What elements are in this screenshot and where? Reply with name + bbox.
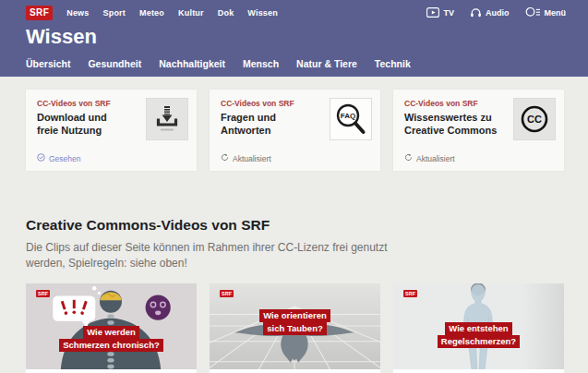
tab-nachhaltigkeit[interactable]: Nachhaltigkeit: [159, 58, 225, 69]
page-title: Wissen: [26, 27, 588, 47]
video-title-line: sich Tauben?: [263, 322, 327, 335]
card-title: Wissenswertes zu Creative Commons: [404, 111, 498, 138]
tv-label: TV: [443, 8, 454, 18]
faq-magnifier-icon: FAQ: [330, 98, 372, 140]
tab-technik[interactable]: Technik: [375, 58, 411, 69]
video-title-overlay: Wie entstehen Regelschmerzen?: [393, 322, 564, 349]
video-teaser-row: SRF Wie werden Schmerzen chronisch?: [0, 272, 588, 373]
tab-uebersicht[interactable]: Übersicht: [26, 58, 70, 69]
site-header: SRF News Sport Meteo Kultur Dok Wissen T…: [0, 0, 588, 77]
status-label: Aktualisiert: [416, 154, 455, 163]
section-description: Die Clips auf dieser Seite können im Rah…: [26, 240, 395, 272]
menu-button[interactable]: Menü: [525, 6, 567, 19]
section-heading: Creative Commons-Videos von SRF: [26, 217, 564, 234]
audio-label: Audio: [486, 8, 510, 18]
card-title: Download und freie Nutzung: [37, 111, 131, 138]
status-label: Aktualisiert: [233, 154, 271, 163]
video-title-line: Schmerzen chronisch?: [59, 339, 163, 352]
audio-icon: [470, 7, 482, 19]
top-bar-actions: TV Audio Menü: [426, 6, 566, 19]
check-circle-icon: [37, 153, 45, 163]
refresh-icon: [404, 153, 413, 163]
tab-mensch[interactable]: Mensch: [243, 58, 279, 69]
video-chronic-pain[interactable]: SRF Wie werden Schmerzen chronisch?: [26, 283, 197, 373]
video-title-line: Wie orientieren: [259, 309, 330, 322]
teaser-card-row: CC-Videos von SRF Download und freie Nut…: [0, 77, 588, 171]
tv-icon: [426, 7, 439, 19]
status-row: Aktualisiert: [221, 153, 271, 163]
card-faq[interactable]: CC-Videos von SRF Fragen und Antworten F…: [210, 90, 380, 171]
status-row: Gesehen: [37, 153, 81, 163]
nav-item-news[interactable]: News: [66, 8, 89, 18]
srf-logo[interactable]: SRF: [26, 6, 53, 20]
nav-item-wissen[interactable]: Wissen: [247, 8, 278, 18]
srf-logo-chip: SRF: [220, 290, 234, 297]
status-label: Gesehen: [49, 154, 81, 163]
video-thumbnail: SRF Wie entstehen Regelschmerzen?: [393, 283, 564, 369]
tab-natur-tiere[interactable]: Natur & Tiere: [296, 58, 357, 69]
download-icon: [146, 98, 188, 140]
menu-label: Menü: [545, 8, 567, 18]
svg-text:FAQ: FAQ: [341, 112, 355, 120]
video-title-line: Wie werden: [83, 326, 139, 339]
video-title-line: Regelschmerzen?: [438, 335, 520, 348]
video-thumbnail: SRF Wie orientieren sich Tauben?: [210, 283, 380, 369]
section-nav: Übersicht Gesundheit Nachhaltigkeit Mens…: [26, 58, 588, 69]
cc-videos-section: Creative Commons-Videos von SRF Die Clip…: [26, 217, 564, 272]
video-title-overlay: Wie werden Schmerzen chronisch?: [26, 326, 197, 353]
audio-button[interactable]: Audio: [470, 7, 510, 19]
card-title: Fragen und Antworten: [221, 111, 315, 138]
video-period-pain[interactable]: SRF Wie entstehen Regelschmerzen?: [393, 283, 564, 373]
status-row: Aktualisiert: [404, 153, 455, 163]
nav-item-dok[interactable]: Dok: [218, 8, 234, 18]
primary-nav: News Sport Meteo Kultur Dok Wissen: [66, 8, 278, 18]
video-title-overlay: Wie orientieren sich Tauben?: [210, 309, 380, 336]
top-bar: SRF News Sport Meteo Kultur Dok Wissen T…: [0, 0, 588, 20]
card-creative-commons[interactable]: CC-Videos von SRF Wissenswertes zu Creat…: [393, 90, 564, 171]
svg-text:CC: CC: [527, 114, 542, 125]
video-thumbnail: SRF Wie werden Schmerzen chronisch?: [26, 283, 197, 369]
tv-button[interactable]: TV: [426, 7, 454, 19]
tab-gesundheit[interactable]: Gesundheit: [88, 58, 141, 69]
nav-item-meteo[interactable]: Meteo: [139, 8, 164, 18]
nav-item-kultur[interactable]: Kultur: [178, 8, 204, 18]
creative-commons-icon: CC: [513, 98, 556, 140]
card-download[interactable]: CC-Videos von SRF Download und freie Nut…: [26, 90, 197, 171]
search-menu-icon: [525, 6, 541, 19]
nav-item-sport[interactable]: Sport: [103, 8, 126, 18]
video-pigeons[interactable]: SRF Wie orientieren sich Tauben?: [210, 283, 380, 373]
video-title-line: Wie entstehen: [445, 322, 511, 335]
srf-logo-chip: SRF: [36, 290, 50, 297]
refresh-icon: [221, 153, 229, 163]
srf-logo-chip: SRF: [403, 290, 417, 297]
